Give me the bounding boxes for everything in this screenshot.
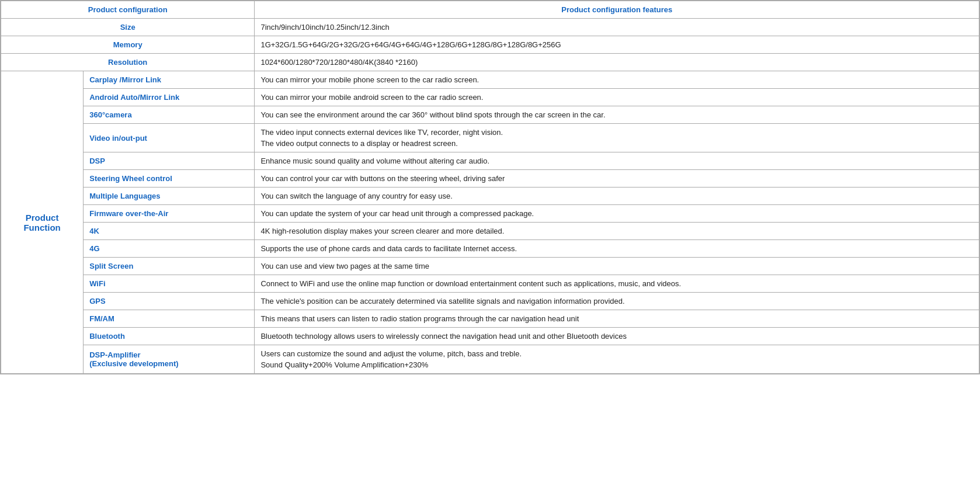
feature-label-11: WiFi — [84, 275, 255, 293]
function-row: Video in/out-putThe video input connects… — [1, 124, 979, 152]
simple-row-value-0: 7inch/9inch/10inch/10.25inch/12.3inch — [255, 19, 979, 36]
simple-row: Size7inch/9inch/10inch/10.25inch/12.3inc… — [1, 19, 979, 36]
function-row: GPSThe vehicle's position can be accurat… — [1, 293, 979, 310]
function-row: Multiple LanguagesYou can switch the lan… — [1, 188, 979, 205]
simple-row-label-2: Resolution — [1, 54, 255, 71]
feature-description-3: The video input connects external device… — [255, 124, 979, 152]
simple-row-value-2: 1024*600/1280*720/1280*480/4K(3840 *2160… — [255, 54, 979, 71]
feature-label-3: Video in/out-put — [84, 124, 255, 152]
function-row: 4GSupports the use of phone cards and da… — [1, 240, 979, 258]
function-row: WiFiConnect to WiFi and use the online m… — [1, 275, 979, 293]
feature-description-12: The vehicle's position can be accurately… — [255, 293, 979, 310]
header-col1: Product configuration — [1, 1, 255, 19]
simple-row-label-0: Size — [1, 19, 255, 36]
feature-label-15: DSP-Amplifier(Exclusive development) — [84, 345, 255, 374]
function-row: Android Auto/Mirror LinkYou can mirror y… — [1, 89, 979, 106]
product-config-table: Product configuration Product configurat… — [1, 1, 979, 374]
feature-description-15: Users can customize the sound and adjust… — [255, 345, 979, 374]
function-row: ProductFunctionCarplay /Mirror LinkYou c… — [1, 71, 979, 89]
feature-description-6: You can switch the language of any count… — [255, 188, 979, 205]
function-row: 360°cameraYou can see the environment ar… — [1, 106, 979, 124]
feature-label-5: Steering Wheel control — [84, 170, 255, 188]
feature-label-6: Multiple Languages — [84, 188, 255, 205]
function-row: Steering Wheel controlYou can control yo… — [1, 170, 979, 188]
feature-description-5: You can control your car with buttons on… — [255, 170, 979, 188]
feature-description-11: Connect to WiFi and use the online map f… — [255, 275, 979, 293]
function-row: Split ScreenYou can use and view two pag… — [1, 258, 979, 275]
feature-label-8: 4K — [84, 223, 255, 240]
feature-description-13: This means that users can listen to radi… — [255, 310, 979, 328]
feature-description-10: You can use and view two pages at the sa… — [255, 258, 979, 275]
feature-description-14: Bluetooth technology allows users to wir… — [255, 328, 979, 345]
feature-description-4: Enhance music sound quality and volume w… — [255, 152, 979, 170]
function-row: Firmware over-the-AirYou can update the … — [1, 205, 979, 223]
feature-label-2: 360°camera — [84, 106, 255, 124]
feature-description-2: You can see the environment around the c… — [255, 106, 979, 124]
feature-label-0: Carplay /Mirror Link — [84, 71, 255, 89]
feature-label-10: Split Screen — [84, 258, 255, 275]
simple-row-value-1: 1G+32G/1.5G+64G/2G+32G/2G+64G/4G+64G/4G+… — [255, 36, 979, 54]
header-col2: Product configuration features — [255, 1, 979, 19]
feature-label-4: DSP — [84, 152, 255, 170]
feature-description-8: 4K high-resolution display makes your sc… — [255, 223, 979, 240]
simple-row-label-1: Memory — [1, 36, 255, 54]
feature-description-7: You can update the system of your car he… — [255, 205, 979, 223]
feature-label-1: Android Auto/Mirror Link — [84, 89, 255, 106]
feature-description-0: You can mirror your mobile phone screen … — [255, 71, 979, 89]
feature-label-9: 4G — [84, 240, 255, 258]
function-row: DSPEnhance music sound quality and volum… — [1, 152, 979, 170]
simple-row: Resolution1024*600/1280*720/1280*480/4K(… — [1, 54, 979, 71]
function-row: FM/AMThis means that users can listen to… — [1, 310, 979, 328]
header-row: Product configuration Product configurat… — [1, 1, 979, 19]
feature-label-12: GPS — [84, 293, 255, 310]
function-row: BluetoothBluetooth technology allows use… — [1, 328, 979, 345]
feature-label-7: Firmware over-the-Air — [84, 205, 255, 223]
feature-label-13: FM/AM — [84, 310, 255, 328]
product-function-label: ProductFunction — [1, 71, 84, 374]
function-row: DSP-Amplifier(Exclusive development)User… — [1, 345, 979, 374]
feature-label-14: Bluetooth — [84, 328, 255, 345]
main-table-wrapper: Product configuration Product configurat… — [0, 0, 980, 374]
feature-description-1: You can mirror your mobile android scree… — [255, 89, 979, 106]
feature-description-9: Supports the use of phone cards and data… — [255, 240, 979, 258]
simple-row: Memory1G+32G/1.5G+64G/2G+32G/2G+64G/4G+6… — [1, 36, 979, 54]
function-row: 4K4K high-resolution display makes your … — [1, 223, 979, 240]
